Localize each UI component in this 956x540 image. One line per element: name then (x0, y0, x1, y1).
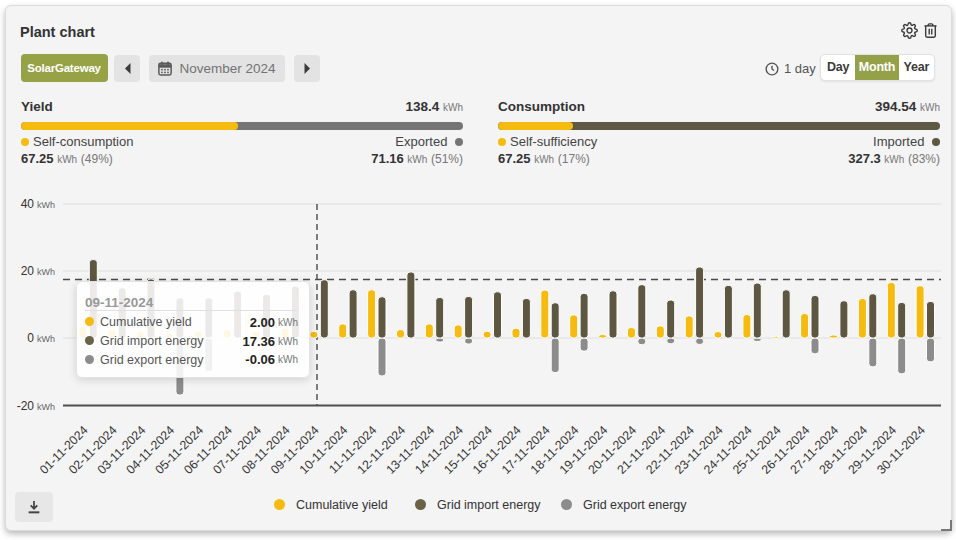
svg-text:20: 20 (21, 264, 35, 278)
svg-text:kWh: kWh (37, 334, 55, 344)
svg-text:-20: -20 (17, 399, 35, 413)
svg-text:kWh: kWh (37, 402, 55, 412)
svg-text:0: 0 (27, 331, 34, 345)
svg-text:kWh: kWh (37, 200, 55, 210)
svg-text:40: 40 (21, 197, 35, 211)
svg-text:kWh: kWh (37, 267, 55, 277)
